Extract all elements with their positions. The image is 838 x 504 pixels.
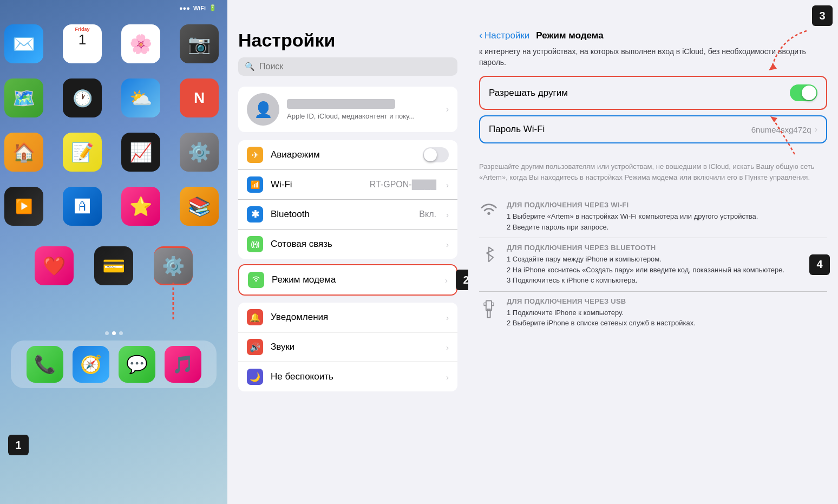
- step4-badge: 4: [809, 254, 830, 275]
- svg-rect-6: [484, 303, 486, 305]
- donotdisturb-label: Не беспокоить: [271, 371, 438, 382]
- app-settings-main[interactable]: ⚙️: [154, 246, 193, 285]
- dock-music[interactable]: 🎵: [165, 346, 201, 383]
- airplane-icon: ✈: [247, 147, 263, 163]
- bluetooth-connection-step1: 1 Создайте пару между iPhone и компьютер…: [507, 254, 827, 265]
- home-screen: ●●● WiFi 🔋 ✉️ Friday 1 🌸 📷 🗺️ 🕐: [0, 0, 227, 504]
- search-bar[interactable]: 🔍: [238, 57, 457, 76]
- bluetooth-connection-icon: [479, 246, 498, 263]
- status-bar: ●●● WiFi 🔋: [0, 0, 227, 14]
- app-weather[interactable]: ⛅: [121, 78, 160, 117]
- hotspot-svg-icon: [251, 274, 261, 285]
- app-clock[interactable]: 🕐: [63, 78, 102, 117]
- hotspot-nav: ‹ Настройки Режим модема: [468, 0, 838, 47]
- settings-row-hotspot[interactable]: Режим модема ›: [239, 265, 456, 294]
- app-mail[interactable]: ✉️: [4, 24, 43, 63]
- airplane-toggle[interactable]: [423, 147, 449, 162]
- search-input[interactable]: [259, 62, 451, 71]
- settings-row-bluetooth[interactable]: ✱ Bluetooth Вкл. ›: [238, 200, 457, 230]
- allow-others-toggle[interactable]: [790, 84, 817, 101]
- hotspot-row-container: Режим модема › 2: [238, 264, 457, 296]
- app-photos[interactable]: 🌸: [121, 24, 160, 63]
- app-books[interactable]: 📚: [180, 187, 219, 226]
- wifi-status-icon: WiFi: [193, 5, 206, 11]
- wifi-password-label: Пароль Wi-Fi: [489, 124, 751, 135]
- profile-info: Apple ID, iCloud, медиаконтент и поку...: [287, 99, 438, 120]
- app-appstore[interactable]: 🅰: [63, 187, 102, 226]
- hotspot-nav-container: ‹ Настройки Режим модема 3: [468, 0, 838, 47]
- step2-badge: 2: [456, 270, 468, 290]
- settings-row-airplane[interactable]: ✈ Авиарежим: [238, 140, 457, 170]
- app-maps[interactable]: 🗺️: [4, 78, 43, 117]
- status-icons: ●●● WiFi 🔋: [179, 4, 217, 11]
- app-calendar[interactable]: Friday 1: [63, 24, 102, 63]
- step2-badge-label: 2: [456, 270, 468, 290]
- calendar-date: 1: [78, 32, 86, 48]
- dock-messages[interactable]: 💬: [119, 346, 155, 383]
- profile-subtitle: Apple ID, iCloud, медиаконтент и поку...: [287, 112, 438, 120]
- dotted-line-arrow: [172, 283, 174, 322]
- settings-group-misc: 🔔 Уведомления › 🔊 Звуки › 🌙 Не беспокоит…: [238, 303, 457, 391]
- sounds-chevron: ›: [446, 343, 449, 352]
- wifi-icon: 📶: [247, 176, 263, 193]
- usb-connection-step2: 2 Выберите iPhone в списке сетевых служб…: [507, 318, 827, 329]
- cellular-icon: ((•)): [247, 236, 263, 252]
- app-stocks[interactable]: 📈: [121, 133, 160, 172]
- arrow-area: [468, 146, 838, 157]
- app-settings2[interactable]: ⚙️: [180, 133, 219, 172]
- profile-chevron: ›: [446, 104, 449, 114]
- svg-rect-7: [492, 303, 494, 305]
- app-notes[interactable]: 📝: [63, 133, 102, 172]
- password-row-group: Пароль Wi-Fi 6nume4sxg472q ›: [479, 115, 827, 143]
- donotdisturb-icon: 🌙: [247, 369, 263, 385]
- hotspot-label: Режим модема: [272, 274, 437, 285]
- bluetooth-connection-title: ДЛЯ ПОДКЛЮЧЕНИЯ ЧЕРЕЗ BLUETOOTH: [507, 244, 827, 252]
- hotspot-page-title: Режим модема: [536, 30, 603, 41]
- search-icon: 🔍: [245, 62, 255, 71]
- app-itunes[interactable]: ⭐: [121, 187, 160, 226]
- wifi-connection-step2: 2 Введите пароль при запросе.: [507, 222, 827, 233]
- wifi-value: RT-GPON-████: [370, 180, 436, 189]
- app-health[interactable]: ❤️: [35, 246, 74, 285]
- step4-badge-label: 4: [809, 254, 830, 275]
- bluetooth-label: Bluetooth: [271, 209, 411, 220]
- wifi-connection-details: ДЛЯ ПОДКЛЮЧЕНИЯ ЧЕРЕЗ WI-FI 1 Выберите «…: [507, 201, 827, 232]
- profile-name-blur: [287, 99, 395, 109]
- wifi-password-row[interactable]: Пароль Wi-Fi 6nume4sxg472q ›: [480, 116, 826, 142]
- settings-row-notifications[interactable]: 🔔 Уведомления ›: [238, 303, 457, 332]
- hotspot-top-text: к интернету на устройствах, на которых в…: [468, 47, 838, 73]
- hotspot-icon: [248, 272, 264, 288]
- step1-container: 1: [8, 435, 29, 455]
- usb-connection-step1: 1 Подключите iPhone к компьютеру.: [507, 307, 827, 318]
- settings-row-donotdisturb[interactable]: 🌙 Не беспокоить ›: [238, 362, 457, 391]
- dock-safari[interactable]: 🧭: [73, 346, 109, 383]
- app-news[interactable]: N: [180, 78, 219, 117]
- settings-header: Настройки 🔍: [227, 0, 468, 81]
- sounds-icon: 🔊: [247, 339, 263, 355]
- app-clips[interactable]: ▶️: [4, 187, 43, 226]
- back-chevron-icon: ‹: [479, 30, 482, 41]
- bluetooth-icon: ✱: [247, 206, 263, 222]
- app-camera[interactable]: 📷: [180, 24, 219, 63]
- app-home[interactable]: 🏠: [4, 133, 43, 172]
- usb-connect-svg: [481, 299, 496, 319]
- dock-phone[interactable]: 📞: [27, 346, 63, 383]
- app-grid: ✉️ Friday 1 🌸 📷 🗺️ 🕐 ⛅ N 🏠: [0, 14, 227, 241]
- bluetooth-connection-step3: 3 Подключитесь к iPhone с компьютера.: [507, 275, 827, 286]
- signal-icon: ●●●: [179, 5, 190, 11]
- app-wallet[interactable]: 💳: [94, 246, 133, 285]
- notifications-chevron: ›: [446, 313, 449, 322]
- bluetooth-chevron: ›: [446, 210, 449, 219]
- hotspot-group-bordered: Режим модема ›: [238, 264, 457, 296]
- back-button[interactable]: ‹ Настройки: [479, 30, 529, 41]
- settings-row-cellular[interactable]: ((•)) Сотовая связь ›: [238, 230, 457, 259]
- profile-row[interactable]: 👤 Apple ID, iCloud, медиаконтент и поку.…: [238, 87, 457, 132]
- sounds-label: Звуки: [271, 342, 438, 352]
- settings-row-sounds[interactable]: 🔊 Звуки ›: [238, 332, 457, 362]
- wifi-label: Wi-Fi: [271, 179, 362, 190]
- password-chevron: ›: [815, 125, 817, 134]
- cellular-chevron: ›: [446, 240, 449, 249]
- bluetooth-connect-svg: [482, 246, 495, 263]
- allow-others-label: Разрешать другим: [489, 88, 790, 99]
- settings-row-wifi[interactable]: 📶 Wi-Fi RT-GPON-████ ›: [238, 170, 457, 200]
